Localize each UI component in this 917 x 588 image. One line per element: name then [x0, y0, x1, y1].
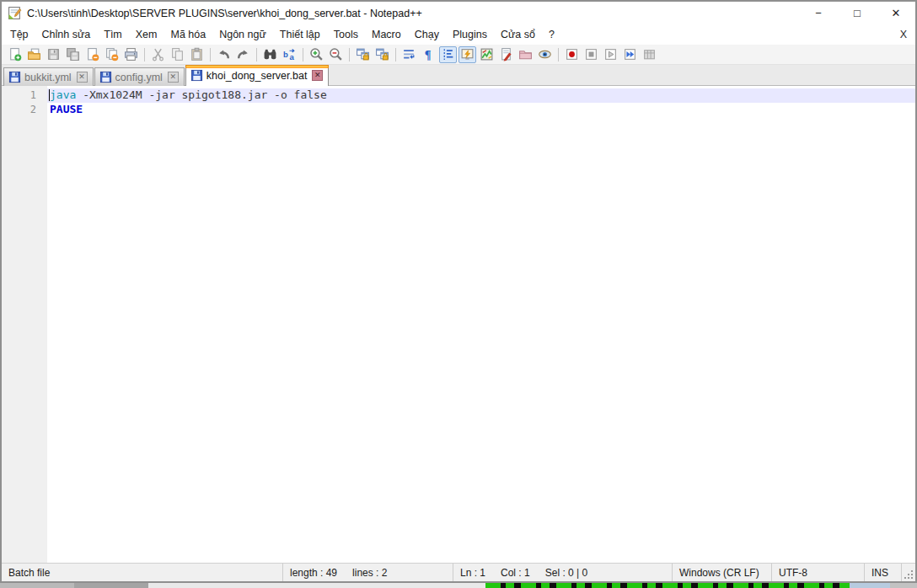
macro-record-icon[interactable] [563, 46, 581, 63]
macro-save-icon[interactable] [641, 46, 658, 63]
toolbar-separator [349, 48, 350, 61]
svg-text:¶: ¶ [425, 48, 432, 61]
notepad-plus-plus-icon [8, 6, 22, 20]
toolbar-separator [395, 48, 396, 61]
find-icon[interactable] [261, 46, 279, 63]
line-number-gutter: 12 [2, 86, 47, 563]
tab-close-icon[interactable]: ✕ [77, 72, 88, 83]
zoom-out-icon[interactable] [327, 46, 345, 63]
code-line-1[interactable]: java -Xmx1024M -jar spigot188.jar -o fal… [47, 88, 915, 103]
tab-close-icon[interactable]: ✕ [168, 72, 179, 83]
function-list-icon[interactable] [497, 46, 515, 63]
save-icon[interactable] [45, 46, 62, 63]
status-lines: lines : 2 [352, 567, 387, 579]
code-content[interactable]: java -Xmx1024M -jar spigot188.jar -o fal… [47, 86, 915, 563]
editor-area[interactable]: 12 java -Xmx1024M -jar spigot188.jar -o … [2, 86, 915, 563]
minecraft-banner-sliver [485, 583, 850, 588]
menu-item-tep[interactable]: Tệp [3, 26, 35, 43]
token-keyword: PAUSE [50, 103, 83, 115]
menubar-close-document-x[interactable]: X [892, 26, 915, 43]
toolbar: ba¶ [2, 45, 915, 65]
maximize-button[interactable]: □ [838, 2, 877, 24]
status-sel: Sel : 0 | 0 [545, 567, 587, 579]
undo-icon[interactable] [215, 46, 233, 63]
status-encoding[interactable]: UTF-8 [772, 564, 865, 581]
menu-item-ma-hoa[interactable]: Mã hóa [164, 26, 212, 43]
menu-item-thiet-lap[interactable]: Thiết lập [273, 26, 327, 43]
word-wrap-icon[interactable] [400, 46, 418, 63]
menu-item-[interactable]: ? [542, 26, 561, 43]
show-all-characters-icon[interactable]: ¶ [420, 46, 437, 63]
toolbar-separator [256, 48, 257, 61]
minimize-button[interactable]: − [799, 2, 838, 24]
folder-as-workspace-icon[interactable] [517, 46, 534, 63]
svg-text:b: b [283, 50, 288, 59]
status-doc-type: Batch file [2, 564, 283, 581]
macro-run-multiple-icon[interactable] [621, 46, 639, 63]
sync-horizontal-icon[interactable] [373, 46, 391, 63]
menu-item-macro[interactable]: Macro [365, 26, 408, 43]
status-length: length : 49 [290, 567, 337, 579]
menu-item-chinh-sua[interactable]: Chỉnh sửa [35, 26, 98, 43]
print-icon[interactable] [122, 46, 140, 63]
show-indent-guide-icon[interactable] [439, 46, 457, 63]
save-all-icon[interactable] [64, 46, 82, 63]
copy-icon[interactable] [169, 46, 186, 63]
tab-label: khoi_dong_server.bat [206, 70, 308, 82]
saved-floppy-icon [99, 71, 112, 83]
macro-stop-icon[interactable] [582, 46, 600, 63]
user-defined-dialog-icon[interactable] [458, 46, 476, 63]
tab-khoi-dong-server-bat[interactable]: khoi_dong_server.bat✕ [185, 65, 330, 86]
menu-item-ngon-ngu[interactable]: Ngôn ngữ [212, 26, 273, 43]
token-command: java [50, 88, 76, 101]
paste-icon[interactable] [188, 46, 206, 63]
menu-item-tim[interactable]: Tìm [97, 26, 129, 43]
redo-icon[interactable] [234, 46, 252, 63]
open-file-icon[interactable] [25, 46, 43, 63]
monitoring-icon[interactable] [536, 46, 554, 63]
sync-vertical-icon[interactable] [354, 46, 372, 63]
zoom-in-icon[interactable] [308, 46, 325, 63]
close-file-icon[interactable] [83, 46, 101, 63]
desktop-background-sliver [0, 583, 917, 588]
document-map-icon[interactable] [478, 46, 496, 63]
menu-item-chay[interactable]: Chạy [408, 26, 446, 43]
code-line-2[interactable]: PAUSE [47, 103, 915, 117]
cut-icon[interactable] [149, 46, 167, 63]
line-number: 1 [2, 88, 36, 103]
status-bar: Batch file length : 49 lines : 2 Ln : 1 … [2, 563, 915, 581]
status-col: Col : 1 [501, 567, 530, 579]
notepad-plus-plus-window: C:\Users\tinh\Desktop\SERVER PLUGINS\ser… [0, 0, 917, 583]
status-ln: Ln : 1 [460, 567, 485, 579]
menu-item-plugins[interactable]: Plugins [446, 26, 494, 43]
toolbar-separator [303, 48, 303, 61]
resize-grip[interactable] [902, 564, 915, 581]
menu-item-tools[interactable]: Tools [327, 26, 365, 43]
toolbar-separator [210, 48, 211, 61]
saved-floppy-icon [190, 69, 203, 82]
close-all-icon[interactable] [103, 46, 121, 63]
window-controls: − □ ✕ [799, 2, 915, 24]
line-number: 2 [2, 103, 36, 117]
title-bar: C:\Users\tinh\Desktop\SERVER PLUGINS\ser… [2, 2, 915, 24]
saved-floppy-icon [8, 71, 21, 83]
tab-config-yml[interactable]: config.yml✕ [94, 67, 185, 86]
tab-close-icon[interactable]: ✕ [312, 70, 323, 81]
status-insert-mode[interactable]: INS [865, 564, 902, 581]
new-file-icon[interactable] [6, 46, 24, 63]
tab-bukkit-yml[interactable]: bukkit.yml✕ [3, 67, 94, 86]
close-button[interactable]: ✕ [877, 2, 915, 24]
status-length-lines: length : 49 lines : 2 [283, 564, 453, 581]
menu-item-cua-so[interactable]: Cửa sổ [494, 26, 542, 43]
tab-label: config.yml [115, 72, 163, 83]
replace-icon[interactable]: ba [281, 46, 298, 63]
macro-play-icon[interactable] [602, 46, 619, 63]
menu-bar: TệpChỉnh sửaTìmXemMã hóaNgôn ngữThiết lậ… [2, 24, 915, 45]
status-eol-format[interactable]: Windows (CR LF) [673, 564, 772, 581]
svg-text:a: a [290, 52, 295, 61]
toolbar-separator [558, 48, 559, 61]
menu-item-xem[interactable]: Xem [129, 26, 164, 43]
token-default: -Xmx1024M -jar spigot188.jar -o false [76, 88, 326, 101]
toolbar-separator [144, 48, 145, 61]
status-cursor-position: Ln : 1 Col : 1 Sel : 0 | 0 [453, 564, 673, 581]
